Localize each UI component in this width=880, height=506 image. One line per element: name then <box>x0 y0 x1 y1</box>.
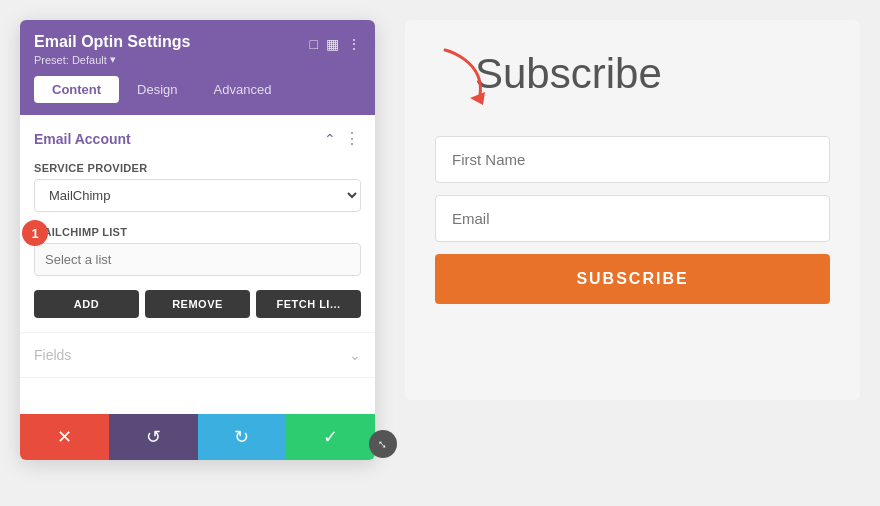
subscribe-title: Subscribe <box>475 50 662 98</box>
email-input[interactable] <box>435 195 830 242</box>
fetch-list-button[interactable]: FETCH LI... <box>256 290 361 318</box>
panel-footer: ✕ ↺ ↻ ✓ <box>20 414 375 460</box>
confirm-icon: ✓ <box>323 426 338 448</box>
arrow-indicator <box>435 40 495 114</box>
section-more-icon[interactable]: ⋮ <box>344 129 361 148</box>
preview-panel: Subscribe SUBSCRIBE <box>405 20 860 400</box>
fields-section-title: Fields <box>34 347 71 363</box>
service-provider-select[interactable]: MailChimp <box>34 179 361 212</box>
grid-icon[interactable]: ▦ <box>326 36 339 52</box>
panel-tabs: Content Design Advanced <box>20 76 375 115</box>
svg-marker-0 <box>470 92 485 105</box>
add-button[interactable]: ADD <box>34 290 139 318</box>
section-header: Email Account ⌃ ⋮ <box>34 129 361 148</box>
panel-header: Email Optin Settings Preset: Default ▾ □… <box>20 20 375 76</box>
arrow-svg <box>435 40 495 110</box>
select-list-input[interactable] <box>34 243 361 276</box>
confirm-button[interactable]: ✓ <box>286 414 375 460</box>
fields-chevron-icon[interactable]: ⌄ <box>349 347 361 363</box>
tab-design[interactable]: Design <box>119 76 195 103</box>
remove-button[interactable]: REMOVE <box>145 290 250 318</box>
section-title: Email Account <box>34 131 131 147</box>
panel-title-block: Email Optin Settings Preset: Default ▾ <box>34 32 190 66</box>
action-buttons-row: ADD REMOVE FETCH LI... <box>34 290 361 318</box>
mailchimp-list-field: MailChimp List <box>34 226 361 276</box>
settings-panel: Email Optin Settings Preset: Default ▾ □… <box>20 20 375 460</box>
expand-icon[interactable]: □ <box>310 36 318 52</box>
service-provider-label: Service Provider <box>34 162 361 174</box>
panel-body: Email Account ⌃ ⋮ Service Provider MailC… <box>20 115 375 414</box>
panel-preset: Preset: Default ▾ <box>34 53 190 66</box>
more-icon[interactable]: ⋮ <box>347 36 361 52</box>
service-provider-field: Service Provider MailChimp <box>34 162 361 212</box>
cancel-button[interactable]: ✕ <box>20 414 109 460</box>
fields-section: Fields ⌄ <box>20 333 375 378</box>
redo-button[interactable]: ↻ <box>198 414 287 460</box>
undo-button[interactable]: ↺ <box>109 414 198 460</box>
mailchimp-list-label: MailChimp List <box>34 226 361 238</box>
resize-icon: ↔ <box>372 433 393 454</box>
subscribe-form: SUBSCRIBE <box>435 136 830 304</box>
tab-content[interactable]: Content <box>34 76 119 103</box>
redo-icon: ↻ <box>234 426 249 448</box>
step-badge: 1 <box>22 220 48 246</box>
resize-handle[interactable]: ↔ <box>369 430 397 458</box>
section-collapse-icon[interactable]: ⌃ <box>324 131 336 147</box>
cancel-icon: ✕ <box>57 426 72 448</box>
undo-icon: ↺ <box>146 426 161 448</box>
panel-title: Email Optin Settings <box>34 32 190 51</box>
first-name-input[interactable] <box>435 136 830 183</box>
section-controls: ⌃ ⋮ <box>324 129 361 148</box>
panel-header-icons: □ ▦ ⋮ <box>310 36 361 52</box>
page-container: 1 Email Optin Settings Preset: Default ▾… <box>0 0 880 506</box>
subscribe-button[interactable]: SUBSCRIBE <box>435 254 830 304</box>
tab-advanced[interactable]: Advanced <box>196 76 290 103</box>
email-account-section: Email Account ⌃ ⋮ Service Provider MailC… <box>20 115 375 333</box>
